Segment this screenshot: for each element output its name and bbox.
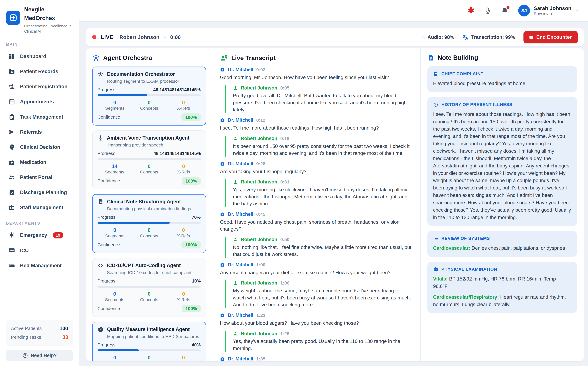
stat-value: 0 bbox=[166, 100, 201, 106]
bed-icon bbox=[8, 262, 15, 269]
agent-status-text: Transcribing provider speech bbox=[107, 143, 201, 148]
sidebar-item-emergency[interactable]: Emergency19 bbox=[6, 228, 73, 243]
note-paragraph: I see. Tell me more about those readings… bbox=[433, 111, 571, 221]
sidebar-item-clinical-decision[interactable]: Clinical Decision bbox=[6, 140, 73, 155]
note-paragraph: Cardiovascular/Respiratory: Heart regula… bbox=[433, 293, 571, 308]
transcript-list: Dr. Mitchell0:02Good morning, Mr. Johnso… bbox=[220, 67, 413, 361]
speaker-name: Dr. Mitchell bbox=[228, 313, 253, 318]
dashboard-icon bbox=[8, 53, 15, 60]
sidebar-item-appointments[interactable]: Appointments bbox=[6, 94, 73, 109]
person-icon bbox=[233, 85, 238, 91]
stat-label: Segments bbox=[98, 170, 132, 175]
sidebar-item-patient-portal[interactable]: Patient Portal bbox=[6, 170, 73, 185]
agent-stat-concepts: 0Concepts bbox=[132, 355, 166, 361]
note-section-history-of-present-illness: HISTORY OF PRESENT ILLNESSI see. Tell me… bbox=[427, 97, 577, 226]
note-field-label: Cardiovascular/Respiratory: bbox=[433, 294, 500, 300]
progress-label: Progress bbox=[98, 215, 115, 220]
stat-value: 0 bbox=[166, 227, 201, 233]
sidebar-footer: Active Patients100Pending Tasks33 Need H… bbox=[0, 315, 79, 361]
sidebar-item-medication[interactable]: Medication bbox=[6, 155, 73, 170]
confidence-label: Confidence bbox=[98, 306, 120, 311]
progress-value: 70% bbox=[192, 215, 201, 220]
message-timestamp: 0:05 bbox=[280, 85, 289, 91]
agent-card[interactable]: Documentation OrchestratorRouting segmen… bbox=[92, 67, 206, 126]
sidebar-item-dashboard[interactable]: Dashboard bbox=[6, 49, 73, 64]
agent-card[interactable]: ICD-10/CPT Auto-Coding AgentSearching IC… bbox=[92, 258, 206, 317]
stat-label: Segments bbox=[98, 106, 132, 111]
sidebar-item-label: Patient Registration bbox=[20, 84, 68, 90]
stat-value: 0 bbox=[132, 227, 166, 233]
progress-bar-fill bbox=[98, 222, 170, 224]
person-icon bbox=[233, 179, 238, 184]
emergency-asterisk-icon[interactable]: ✱ bbox=[468, 7, 474, 15]
speaker-name: Robert Johnson bbox=[241, 331, 277, 336]
progress-bar bbox=[98, 286, 201, 288]
agent-status-text: Routing segment to EXAM processor bbox=[107, 79, 201, 84]
stat-value: 0 bbox=[98, 100, 132, 106]
sidebar-item-discharge-planning[interactable]: Discharge Planning bbox=[6, 185, 73, 200]
agent-stat-concepts: 0Concepts bbox=[132, 100, 166, 111]
main-area: ✱ SJ Sarah Johnson Physician LIVE bbox=[79, 0, 588, 366]
app-root: Nexgile-MedOrchex Orchestrating Excellen… bbox=[0, 0, 588, 366]
sidebar-item-staff-management[interactable]: Staff Management bbox=[6, 200, 73, 215]
need-help-button[interactable]: Need Help? bbox=[6, 350, 73, 361]
avatar: SJ bbox=[518, 5, 530, 16]
sidebar-item-bed-management[interactable]: Bed Management bbox=[6, 258, 73, 273]
top-bar: ✱ SJ Sarah Johnson Physician bbox=[79, 0, 588, 22]
notifications-bell-icon[interactable] bbox=[501, 7, 508, 14]
encounter-patient-name: Robert Johnson bbox=[120, 34, 159, 40]
agent-stat-concepts: 0Concepts bbox=[132, 227, 166, 238]
sidebar-item-label: Clinical Decision bbox=[20, 144, 60, 150]
note-section-physical-examination: PHYSICAL EXAMINATIONVitals: BP 152/92 mm… bbox=[427, 262, 577, 313]
confidence-label: Confidence bbox=[98, 178, 120, 183]
user-menu[interactable]: SJ Sarah Johnson Physician bbox=[518, 5, 580, 16]
chevron-down-icon bbox=[575, 8, 580, 13]
verified-icon bbox=[98, 326, 104, 332]
user-role: Physician bbox=[534, 11, 571, 16]
sidebar-stat-row: Active Patients100 bbox=[11, 324, 68, 333]
progress-label: Progress bbox=[98, 343, 115, 348]
agent-stat-segments: 14Segments bbox=[98, 163, 132, 175]
confidence-label: Confidence bbox=[98, 242, 120, 247]
brand: Nexgile-MedOrchex Orchestrating Excellen… bbox=[6, 5, 73, 34]
microphone-icon[interactable] bbox=[484, 7, 491, 14]
sidebar-item-patient-registration[interactable]: Patient Registration bbox=[6, 79, 73, 94]
speaker-name: Dr. Mitchell bbox=[228, 67, 253, 72]
agent-status-text: Searching ICD-10 codes for chief complai… bbox=[107, 270, 201, 275]
sidebar-item-icu[interactable]: ICU bbox=[6, 243, 73, 258]
stat-value: 0 bbox=[98, 355, 132, 361]
message-timestamp: 1:35 bbox=[256, 356, 265, 361]
sidebar-item-label: Patient Portal bbox=[20, 174, 52, 180]
sidebar-item-patient-records[interactable]: Patient Records bbox=[6, 64, 73, 79]
agent-card[interactable]: Quality Measure Intelligence AgentMappin… bbox=[92, 322, 206, 361]
transcript-message-patient: Robert Johnson1:26Yes, they've actually … bbox=[225, 331, 413, 352]
content-area: LIVE Robert Johnson • 0:00 Audio: 98% Tr… bbox=[79, 22, 588, 366]
stat-value: 100 bbox=[60, 326, 68, 331]
stat-label: Pending Tasks bbox=[11, 335, 41, 340]
note-paragraph: Cardiovascular: Denies chest pain, palpi… bbox=[433, 244, 571, 252]
stat-label: X-Refs bbox=[166, 297, 201, 302]
sidebar-item-label: Dashboard bbox=[20, 53, 46, 59]
sidebar-item-referrals[interactable]: Referrals bbox=[6, 124, 73, 140]
stat-label: X-Refs bbox=[166, 106, 201, 111]
confidence-badge: 100% bbox=[181, 241, 201, 249]
agent-card[interactable]: Clinical Note Structuring AgentDocumenti… bbox=[92, 194, 206, 253]
stat-value: 0 bbox=[132, 291, 166, 297]
agent-title: Clinical Note Structuring Agent bbox=[107, 199, 181, 205]
transcript-message-doctor: Dr. Mitchell0:02Good morning, Mr. Johnso… bbox=[220, 67, 413, 81]
workspace-panel: Agent Orchestra Documentation Orchestrat… bbox=[86, 48, 584, 361]
note-title: Note Building bbox=[437, 54, 478, 61]
stop-icon bbox=[529, 36, 533, 39]
end-encounter-button[interactable]: End Encounter bbox=[523, 31, 578, 43]
speaker-audio-icon bbox=[220, 54, 228, 62]
transcript-message-patient: Robert Johnson0:05Pretty good overall, D… bbox=[225, 85, 413, 113]
sidebar-item-task-management[interactable]: Task Management bbox=[6, 109, 73, 124]
agent-stat-segments: 0Segments bbox=[98, 227, 132, 238]
message-text: I see. Tell me more about those readings… bbox=[220, 124, 413, 131]
transcript-message-patient: Robert Johnson0:31Yes, every morning lik… bbox=[225, 179, 413, 207]
message-timestamp: 0:50 bbox=[280, 237, 289, 242]
speaker-name: Robert Johnson bbox=[241, 136, 277, 141]
live-dot bbox=[92, 35, 96, 39]
progress-label: Progress bbox=[98, 279, 115, 284]
agent-card[interactable]: Ambient Voice Transcription AgentTranscr… bbox=[92, 130, 206, 189]
